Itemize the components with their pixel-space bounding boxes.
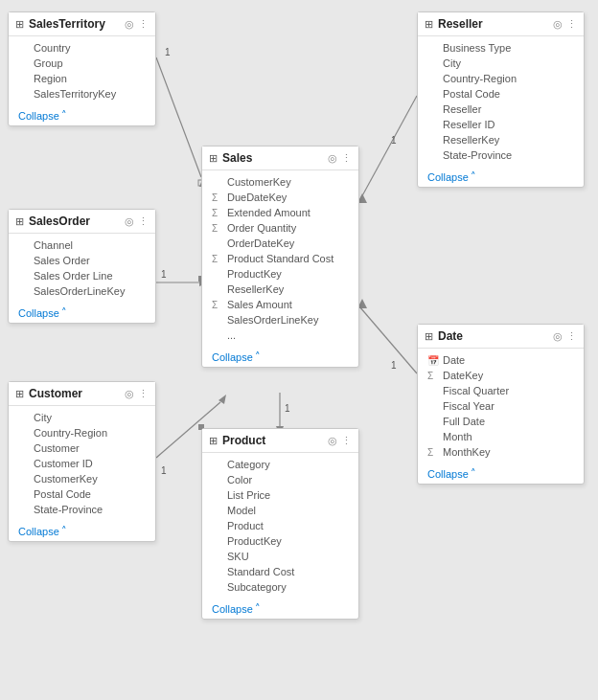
sum-icon: Σ [427,447,439,458]
list-item: Standard Cost [202,564,358,579]
list-item: ΣDateKey [418,368,584,383]
sales-collapse[interactable]: Collapse ˄ [202,347,358,367]
product-collapse[interactable]: Collapse ˄ [202,598,358,619]
sales-eye-icon[interactable]: ◎ [328,152,337,165]
list-item: Postal Code [418,86,584,102]
date-collapse[interactable]: Collapse ˄ [418,463,584,484]
list-item: Customer [9,440,155,456]
date-title: Date [438,329,548,343]
calendar-icon: 📅 [427,355,439,366]
table-icon-product: ⊞ [209,435,218,447]
list-item: ... [202,327,358,343]
list-item: Category [202,457,358,472]
list-item: 📅Date [418,352,584,368]
table-icon-customer: ⊞ [15,388,24,400]
list-item: Channel [9,237,155,253]
list-item: List Price [202,487,358,503]
product-more-icon[interactable]: ⋮ [341,435,352,447]
date-body: 📅Date ΣDateKey Fiscal Quarter Fiscal Yea… [418,349,584,463]
list-item: SalesOrderLineKey [9,283,155,299]
salesterritory-collapse[interactable]: Collapse ˄ [9,105,155,125]
date-more-icon[interactable]: ⋮ [566,330,577,343]
reseller-title: Reseller [438,17,548,31]
list-item: Model [202,503,358,518]
customer-collapse[interactable]: Collapse ˄ [9,521,155,541]
reseller-eye-icon[interactable]: ◎ [553,18,563,31]
customer-eye-icon[interactable]: ◎ [125,388,134,400]
svg-text:1: 1 [285,403,290,414]
product-body: Category Color List Price Model Product … [202,453,358,598]
table-salesorder: ⊞ SalesOrder ◎ ⋮ Channel Sales Order Sal… [8,209,156,324]
reseller-more-icon[interactable]: ⋮ [566,18,577,31]
list-item: Region [9,71,155,86]
list-item: CustomerKey [9,471,155,486]
list-item: Fiscal Quarter [418,383,584,398]
list-item: City [418,56,584,71]
list-item: Postal Code [9,486,155,502]
list-item: Sales Order Line [9,268,155,283]
svg-text:1: 1 [391,360,397,371]
svg-line-12 [359,306,417,373]
table-icon-salesterritory: ⊞ [15,18,24,31]
svg-line-9 [359,96,417,201]
sales-header: ⊞ Sales ◎ ⋮ [202,147,358,170]
list-item: ΣMonthKey [418,444,584,460]
reseller-header: ⊞ Reseller ◎ ⋮ [418,12,584,36]
list-item: ΣProduct Standard Cost [202,251,358,266]
sum-icon: Σ [212,192,223,203]
list-item: SalesTerritoryKey [9,86,155,102]
table-sales: ⊞ Sales ◎ ⋮ CustomerKey ΣDueDateKey ΣExt… [201,146,359,368]
list-item: Country-Region [9,425,155,440]
reseller-collapse[interactable]: Collapse ˄ [418,167,584,187]
list-item: ΣExtended Amount [202,205,358,220]
customer-body: City Country-Region Customer Customer ID… [9,406,155,521]
customer-title: Customer [29,387,120,400]
sum-icon: Σ [212,208,223,218]
list-item: Group [9,56,155,71]
sum-icon: Σ [212,254,223,264]
salesorder-eye-icon[interactable]: ◎ [125,215,134,228]
product-eye-icon[interactable]: ◎ [328,435,337,447]
list-item: ResellerKey [202,282,358,297]
list-item: SKU [202,549,358,564]
salesterritory-eye-icon[interactable]: ◎ [125,18,134,31]
table-icon-reseller: ⊞ [425,18,433,31]
svg-text:1: 1 [161,465,167,476]
salesorder-collapse[interactable]: Collapse ˄ [9,303,155,323]
salesorder-title: SalesOrder [29,215,120,228]
salesorder-more-icon[interactable]: ⋮ [138,215,149,228]
list-item: ΣDueDateKey [202,190,358,205]
sales-more-icon[interactable]: ⋮ [341,152,352,165]
list-item: Reseller [418,102,584,117]
date-header: ⊞ Date ◎ ⋮ [418,325,584,349]
list-item: Color [202,472,358,487]
list-item: Month [418,429,584,444]
sum-icon: Σ [212,223,223,234]
list-item: Country-Region [418,71,584,86]
table-reseller: ⊞ Reseller ◎ ⋮ Business Type City Countr… [417,11,585,188]
table-icon-salesorder: ⊞ [15,215,24,228]
diagram-canvas: 1 1 1 1 1 1 ⊞ SalesTerritory [0,0,598,700]
list-item: Customer ID [9,456,155,471]
list-item: ΣSales Amount [202,297,358,312]
date-eye-icon[interactable]: ◎ [553,330,563,343]
list-item: ProductKey [202,533,358,549]
list-item: City [9,410,155,425]
salesterritory-header: ⊞ SalesTerritory ◎ ⋮ [9,12,155,36]
product-title: Product [222,434,323,447]
svg-text:1: 1 [161,269,167,280]
reseller-body: Business Type City Country-Region Postal… [418,36,584,167]
list-item: OrderDateKey [202,236,358,251]
sum-icon: Σ [427,371,439,381]
salesterritory-more-icon[interactable]: ⋮ [138,18,149,31]
table-date: ⊞ Date ◎ ⋮ 📅Date ΣDateKey Fiscal Quarter… [417,324,585,485]
list-item: SalesOrderLineKey [202,312,358,327]
customer-more-icon[interactable]: ⋮ [138,388,149,400]
sales-title: Sales [222,151,323,165]
salesorder-header: ⊞ SalesOrder ◎ ⋮ [9,210,155,234]
list-item: ResellerKey [418,132,584,147]
list-item: Business Type [418,40,584,56]
list-item: Product [202,518,358,533]
sales-body: CustomerKey ΣDueDateKey ΣExtended Amount… [202,170,358,347]
table-customer: ⊞ Customer ◎ ⋮ City Country-Region Custo… [8,381,156,542]
